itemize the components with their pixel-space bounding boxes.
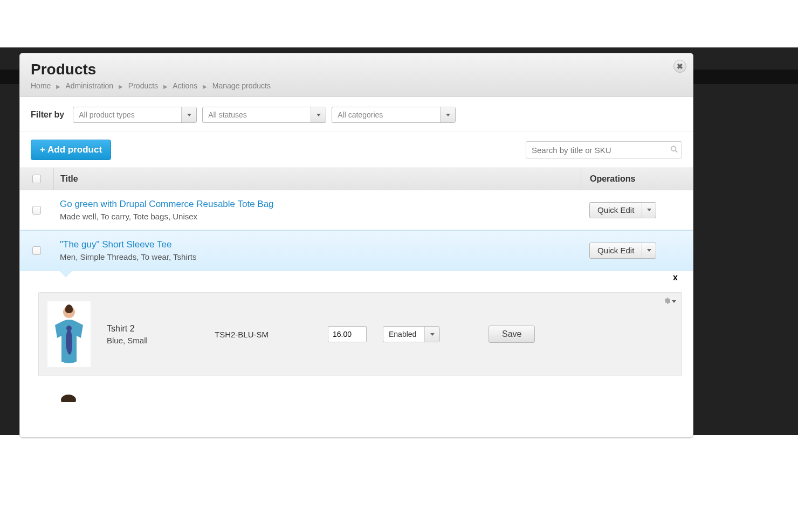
quick-edit-label: Quick Edit	[590, 243, 642, 258]
chevron-down-icon	[311, 107, 326, 122]
product-row-selected: "The guy" Short Sleeve Tee Men, Simple T…	[20, 230, 693, 271]
product-thumbnail	[47, 301, 91, 367]
breadcrumb-sep-icon: ▶	[163, 84, 168, 89]
product-title-link[interactable]: "The guy" Short Sleeve Tee	[60, 239, 196, 250]
svg-line-1	[676, 150, 678, 153]
products-panel: Products Home ▶ Administration ▶ Product…	[19, 53, 693, 438]
product-subtitle: Men, Simple Threads, To wear, Tshirts	[60, 252, 196, 261]
chevron-down-icon[interactable]	[642, 203, 656, 218]
select-all-checkbox[interactable]	[32, 175, 41, 183]
variant-sku: TSH2-BLU-SM	[215, 330, 312, 339]
variant-detail-panel: Tshirt 2 Blue, Small TSH2-BLU-SM Enabled…	[38, 292, 682, 376]
svg-point-0	[671, 146, 676, 151]
svg-point-3	[66, 326, 72, 331]
save-button[interactable]: Save	[489, 326, 535, 343]
close-panel-button[interactable]: ✖	[673, 60, 686, 73]
row-checkbox[interactable]	[32, 206, 41, 215]
breadcrumb-sep-icon: ▶	[203, 84, 207, 89]
product-row: Go green with Drupal Commerce Reusable T…	[20, 190, 693, 230]
status-value: Enabled	[389, 330, 416, 338]
row-checkbox[interactable]	[32, 246, 41, 255]
chevron-down-icon	[424, 327, 439, 342]
variant-info: Tshirt 2 Blue, Small	[107, 324, 198, 345]
product-title-link[interactable]: Go green with Drupal Commerce Reusable T…	[60, 199, 274, 210]
variant-attributes: Blue, Small	[107, 336, 198, 345]
search-wrap	[526, 141, 682, 158]
filter-category-select[interactable]: All categories	[332, 107, 456, 123]
price-input[interactable]	[328, 326, 367, 342]
chevron-down-icon	[440, 107, 455, 122]
product-subtitle: Made well, To carry, Tote bags, Unisex	[60, 212, 274, 221]
quick-edit-label: Quick Edit	[590, 203, 642, 218]
panel-header: Products Home ▶ Administration ▶ Product…	[20, 53, 693, 97]
status-select[interactable]: Enabled	[383, 326, 440, 342]
filter-product-type-select[interactable]: All product types	[73, 107, 197, 123]
quick-edit-button[interactable]: Quick Edit	[589, 202, 656, 218]
close-icon: ✖	[677, 62, 683, 71]
quick-edit-button[interactable]: Quick Edit	[589, 243, 656, 259]
filters-bar: Filter by All product types All statuses…	[20, 97, 693, 132]
column-header-operations: Operations	[581, 168, 693, 190]
chevron-down-icon[interactable]	[642, 243, 656, 258]
table-header: Title Operations	[20, 168, 693, 190]
chevron-down-icon	[672, 300, 676, 303]
page-title: Products	[31, 61, 682, 78]
breadcrumb-sep-icon: ▶	[56, 84, 60, 89]
breadcrumb-item[interactable]: Products	[128, 81, 158, 90]
variant-detail-panel-next	[38, 382, 682, 406]
gear-icon	[663, 297, 671, 306]
settings-dropdown[interactable]	[663, 297, 676, 306]
filter-status-value: All statuses	[208, 110, 247, 119]
breadcrumb-item[interactable]: Actions	[173, 81, 197, 90]
search-icon	[670, 146, 678, 155]
detail-area: x Tshirt 2 Blue, Small	[20, 271, 693, 406]
svg-point-4	[61, 395, 76, 402]
variant-name: Tshirt 2	[107, 324, 198, 334]
breadcrumb-item[interactable]: Home	[31, 81, 51, 90]
breadcrumb-item[interactable]: Manage products	[212, 81, 271, 90]
close-detail-button[interactable]: x	[673, 273, 678, 282]
filter-status-select[interactable]: All statuses	[202, 107, 326, 123]
filter-category-value: All categories	[338, 110, 383, 119]
breadcrumb-sep-icon: ▶	[119, 84, 123, 89]
breadcrumb-item[interactable]: Administration	[65, 81, 113, 90]
chevron-down-icon	[181, 107, 196, 122]
breadcrumb: Home ▶ Administration ▶ Products ▶ Actio…	[31, 81, 682, 90]
product-thumbnail	[47, 386, 90, 402]
search-input[interactable]	[526, 141, 682, 158]
toolbar: + Add product	[20, 132, 693, 168]
filter-product-type-value: All product types	[79, 110, 135, 119]
add-product-button[interactable]: + Add product	[31, 140, 111, 160]
filter-label: Filter by	[31, 110, 64, 120]
column-header-title[interactable]: Title	[53, 168, 581, 190]
